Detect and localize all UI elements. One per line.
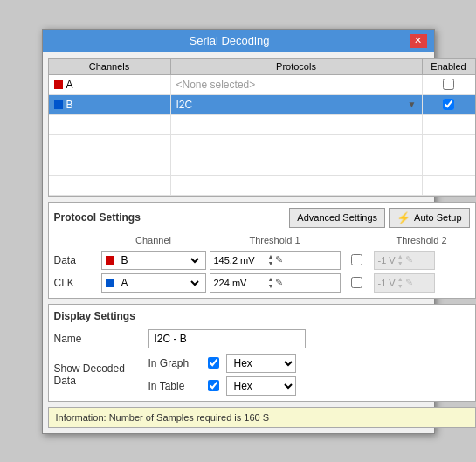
clk-threshold2-value: -1 V <box>378 278 396 288</box>
in-graph-checkbox[interactable] <box>208 357 219 369</box>
table-row: A <None selected> <box>49 75 475 95</box>
clk-channel-select[interactable]: A B <box>101 273 206 293</box>
table-header: Channels Protocols Enabled <box>49 59 475 75</box>
enabled-cell[interactable] <box>423 75 475 94</box>
protocol-value: I2C <box>176 99 408 111</box>
clk-row-label: CLK <box>54 277 98 289</box>
threshold2-value: -1 V <box>378 255 396 265</box>
enabled-checkbox-checked[interactable] <box>443 99 454 110</box>
t1-checkbox-wrap-clk[interactable] <box>344 277 370 288</box>
protocol-settings-section: Protocol Settings Advanced Settings ⚡ Au… <box>48 202 476 299</box>
edit-icon-disabled: ✎ <box>405 254 413 265</box>
title-bar: Serial Decoding ✕ <box>43 30 434 52</box>
channel-cell: B <box>49 95 171 114</box>
section-buttons: Advanced Settings ⚡ Auto Setup <box>289 208 469 228</box>
auto-setup-button[interactable]: ⚡ Auto Setup <box>389 208 469 228</box>
spin-buttons-clk[interactable]: ▲ ▼ <box>268 276 274 290</box>
table-row-selected[interactable]: B I2C ▼ <box>49 95 475 115</box>
clk-threshold1-input[interactable]: ▲ ▼ ✎ <box>210 273 341 293</box>
spin-up-disabled: ▲ <box>397 253 404 260</box>
advanced-settings-button[interactable]: Advanced Settings <box>289 208 385 228</box>
channels-table: Channels Protocols Enabled A <None selec… <box>48 58 476 197</box>
main-content: Channels Protocols Enabled A <None selec… <box>48 58 476 428</box>
lightning-icon: ⚡ <box>397 211 410 224</box>
edit-icon[interactable]: ✎ <box>275 254 283 265</box>
col-header-channels: Channels <box>49 59 171 74</box>
channel-label: B <box>66 99 73 111</box>
show-decoded-label: Show Decoded Data <box>54 362 141 387</box>
spin-up-clk-disabled: ▲ <box>397 276 404 283</box>
color-indicator-blue <box>54 100 63 109</box>
col-header-empty2 <box>344 235 370 247</box>
clk-threshold2-disabled: -1 V ▲ ▼ ✎ <box>374 273 435 293</box>
spin-buttons[interactable]: ▲ ▼ <box>268 253 274 267</box>
in-graph-row: In Graph Hex Decimal Binary ASCII <box>148 354 296 373</box>
data-threshold2-disabled: -1 V ▲ ▼ ✎ <box>374 251 435 270</box>
t1-checkbox-wrap[interactable] <box>344 254 370 265</box>
clk-channel-color <box>106 279 114 287</box>
col-header-protocols: Protocols <box>171 59 423 74</box>
data-threshold1-input[interactable]: ▲ ▼ ✎ <box>210 251 341 270</box>
in-table-checkbox[interactable] <box>208 380 219 391</box>
clk-threshold1-checkbox[interactable] <box>351 277 362 288</box>
show-decoded-row: Show Decoded Data In Graph Hex Decimal B… <box>54 354 470 396</box>
spin-up[interactable]: ▲ <box>268 253 274 260</box>
spin-down-disabled: ▼ <box>397 260 404 267</box>
serial-decoding-dialog: Serial Decoding ✕ Channels Protocols Ena… <box>42 29 435 434</box>
spin-down-clk[interactable]: ▼ <box>268 283 274 290</box>
spin-buttons-disabled: ▲ ▼ <box>397 253 404 267</box>
protocol-cell[interactable]: I2C ▼ <box>171 95 423 114</box>
col-header-enabled: Enabled <box>423 59 475 74</box>
data-row-label: Data <box>54 254 98 266</box>
edit-icon-clk[interactable]: ✎ <box>275 277 283 288</box>
spin-down[interactable]: ▼ <box>268 260 274 267</box>
clk-threshold1-value[interactable] <box>214 278 266 288</box>
table-row-empty <box>49 155 475 176</box>
auto-setup-label: Auto Setup <box>414 212 461 223</box>
spin-down-clk-disabled: ▼ <box>397 283 404 290</box>
channel-cell: A <box>49 75 171 94</box>
info-text: Information: Number of Samples required … <box>56 412 270 423</box>
name-label: Name <box>54 333 141 345</box>
enabled-cell[interactable] <box>423 95 475 114</box>
dialog-body: Channels Protocols Enabled A <None selec… <box>43 52 434 433</box>
name-row: Name <box>54 329 470 348</box>
data-channel-dropdown[interactable]: B A <box>118 253 202 267</box>
close-button[interactable]: ✕ <box>410 34 427 48</box>
section-header: Protocol Settings Advanced Settings ⚡ Au… <box>54 208 470 228</box>
protocol-settings-title: Protocol Settings <box>54 211 141 224</box>
table-format-select[interactable]: Hex Decimal Binary ASCII <box>226 376 296 396</box>
in-table-label: In Table <box>148 380 201 392</box>
display-settings-section: Display Settings Name Show Decoded Data … <box>48 304 476 402</box>
dialog-title: Serial Decoding <box>50 34 410 47</box>
table-row-empty <box>49 115 475 135</box>
protocol-cell[interactable]: <None selected> <box>171 75 423 94</box>
col-header-threshold2: Threshold 2 <box>374 235 470 247</box>
decoded-options: In Graph Hex Decimal Binary ASCII In Tab… <box>148 354 296 396</box>
display-settings-title: Display Settings <box>54 310 470 322</box>
protocol-dropdown[interactable]: I2C ▼ <box>176 99 417 111</box>
col-header-threshold1: Threshold 1 <box>210 235 341 247</box>
data-channel-select[interactable]: B A <box>101 251 206 270</box>
color-indicator-red <box>54 80 63 89</box>
data-threshold1-checkbox[interactable] <box>351 254 362 265</box>
table-row-empty <box>49 135 475 155</box>
data-threshold1-value[interactable] <box>214 255 266 265</box>
spin-buttons-clk-disabled: ▲ ▼ <box>397 276 404 290</box>
info-bar: Information: Number of Samples required … <box>48 407 476 428</box>
protocol-none-label: <None selected> <box>176 79 256 91</box>
dropdown-arrow-icon[interactable]: ▼ <box>408 100 417 109</box>
col-header-empty <box>54 235 98 247</box>
name-input[interactable] <box>148 329 306 348</box>
col-header-channel: Channel <box>101 235 206 247</box>
enabled-checkbox[interactable] <box>443 79 454 90</box>
spin-up-clk[interactable]: ▲ <box>268 276 274 283</box>
edit-icon-clk-disabled: ✎ <box>405 277 413 288</box>
channel-label: A <box>66 79 73 91</box>
table-row-empty <box>49 176 475 196</box>
graph-format-select[interactable]: Hex Decimal Binary ASCII <box>226 354 296 373</box>
in-table-row: In Table Hex Decimal Binary ASCII <box>148 376 296 396</box>
data-channel-color <box>106 256 114 265</box>
clk-channel-dropdown[interactable]: A B <box>118 276 202 290</box>
in-graph-label: In Graph <box>148 357 201 369</box>
